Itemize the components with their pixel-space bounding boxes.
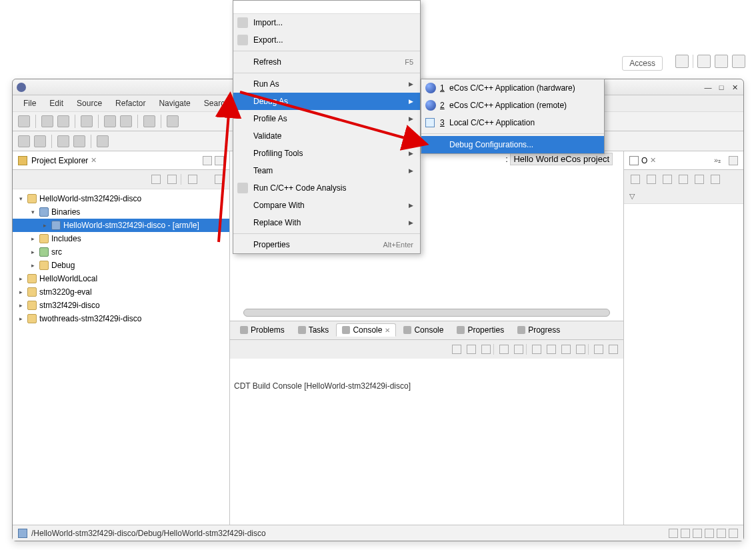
nav-icon[interactable] bbox=[97, 135, 109, 147]
view-menu-icon[interactable] bbox=[188, 175, 197, 184]
link-editor-icon[interactable] bbox=[167, 175, 177, 184]
tree-item[interactable]: ▸HelloWorld-stm32f429i-disco - [arm/le] bbox=[13, 219, 229, 232]
ctx-import-[interactable]: Import... bbox=[233, 14, 420, 31]
ctx-debug-as[interactable]: Debug As▶ bbox=[233, 93, 420, 110]
tree-item[interactable]: ▸HelloWorldLocal bbox=[13, 272, 229, 285]
nav-icon[interactable] bbox=[73, 135, 85, 147]
menu-icon[interactable] bbox=[215, 175, 224, 184]
close-button[interactable]: ✕ bbox=[730, 83, 739, 92]
close-tab-icon[interactable]: ✕ bbox=[650, 156, 656, 165]
console-icon[interactable] bbox=[467, 345, 476, 354]
status-icon[interactable] bbox=[705, 529, 714, 538]
tab-console[interactable]: Console✕ bbox=[336, 323, 396, 337]
tool-icon[interactable] bbox=[143, 115, 155, 127]
close-tab-icon[interactable]: ✕ bbox=[91, 156, 97, 165]
menu-file[interactable]: File bbox=[18, 97, 41, 109]
status-icon[interactable] bbox=[729, 529, 738, 538]
tab-progress[interactable]: Progress bbox=[511, 323, 566, 337]
ctx-team[interactable]: Team▶ bbox=[233, 162, 420, 179]
debug-as-submenu[interactable]: 1eCos C/C++ Application (hardware)2eCos … bbox=[421, 79, 605, 154]
ctx-properties[interactable]: PropertiesAlt+Enter bbox=[233, 236, 420, 253]
tree-item[interactable]: ▸twothreads-stm32f429i-disco bbox=[13, 312, 229, 325]
tab-problems[interactable]: Problems bbox=[234, 323, 291, 337]
collapse-all-icon[interactable] bbox=[151, 175, 161, 184]
minimize-view-icon[interactable] bbox=[203, 156, 212, 165]
status-icon[interactable] bbox=[693, 529, 702, 538]
ctx-run-c-c-code-analysis[interactable]: Run C/C++ Code Analysis bbox=[233, 179, 420, 197]
tab-properties[interactable]: Properties bbox=[451, 323, 510, 337]
horizontal-scrollbar[interactable] bbox=[243, 309, 610, 317]
perspective-icon[interactable] bbox=[697, 55, 711, 68]
tool-icon[interactable] bbox=[120, 115, 132, 127]
console-icon[interactable] bbox=[452, 345, 461, 354]
ctx-compare-with[interactable]: Compare With▶ bbox=[233, 197, 420, 214]
menu-refactor[interactable]: Refactor bbox=[110, 97, 151, 109]
project-explorer-tab[interactable]: Project Explorer ✕ bbox=[13, 151, 229, 170]
menu-edit[interactable]: Edit bbox=[44, 97, 69, 109]
back-icon[interactable] bbox=[18, 135, 30, 147]
forward-icon[interactable] bbox=[34, 135, 46, 147]
perspective-icon[interactable] bbox=[675, 55, 689, 68]
ctx-profile-as[interactable]: Profile As▶ bbox=[233, 110, 420, 127]
menu-search[interactable]: Search bbox=[199, 97, 235, 109]
submenu-item[interactable]: 3Local C/C++ Application bbox=[421, 114, 604, 131]
perspective-icon[interactable] bbox=[732, 55, 745, 68]
context-menu[interactable]: Import...Export...RefreshF5Run As▶Debug … bbox=[233, 0, 421, 254]
tab-tasks[interactable]: Tasks bbox=[292, 323, 335, 337]
outline-tb-icon[interactable] bbox=[695, 175, 704, 184]
submenu-item[interactable]: Debug Configurations... bbox=[421, 136, 604, 153]
ctx-run-as[interactable]: Run As▶ bbox=[233, 75, 420, 93]
console-icon[interactable] bbox=[547, 345, 556, 354]
outline-tb-icon[interactable] bbox=[711, 175, 720, 184]
tool-icon[interactable] bbox=[104, 115, 116, 127]
minimize-button[interactable]: — bbox=[703, 83, 713, 92]
ctx-replace-with[interactable]: Replace With▶ bbox=[233, 214, 420, 231]
maximize-button[interactable]: □ bbox=[717, 83, 726, 92]
maximize-view-icon[interactable] bbox=[215, 156, 224, 165]
tree-item[interactable]: ▸stm3220g-eval bbox=[13, 285, 229, 299]
outline-tb-icon[interactable] bbox=[663, 175, 672, 184]
menu-navigate[interactable]: Navigate bbox=[153, 97, 195, 109]
tree-item[interactable]: ▾Binaries bbox=[13, 205, 229, 219]
outline-collapse[interactable]: ▽ bbox=[624, 189, 743, 203]
console-icon[interactable] bbox=[594, 345, 603, 354]
perspective-icon[interactable] bbox=[715, 55, 728, 68]
outline-tb-icon[interactable] bbox=[647, 175, 656, 184]
outline-tb-icon[interactable] bbox=[631, 175, 640, 184]
console-icon[interactable] bbox=[514, 345, 523, 354]
console-icon[interactable] bbox=[532, 345, 541, 354]
status-icon[interactable] bbox=[681, 529, 690, 538]
tree-item[interactable]: ▸Debug bbox=[13, 259, 229, 272]
console-icon[interactable] bbox=[499, 345, 509, 354]
ctx-profiling-tools[interactable]: Profiling Tools▶ bbox=[233, 145, 420, 162]
console-icon[interactable] bbox=[481, 345, 491, 354]
ctx-export-[interactable]: Export... bbox=[233, 31, 420, 49]
menu-source[interactable]: Source bbox=[71, 97, 107, 109]
submenu-item[interactable]: 2eCos C/C++ Application (remote) bbox=[421, 97, 604, 114]
tree-item[interactable]: ▾HelloWorld-stm32f429i-disco bbox=[13, 192, 229, 205]
status-icon[interactable] bbox=[669, 529, 678, 538]
tree-item[interactable]: ▸src bbox=[13, 245, 229, 259]
console-icon[interactable] bbox=[609, 345, 618, 354]
save-icon[interactable] bbox=[41, 115, 53, 127]
ctx-validate[interactable]: Validate bbox=[233, 127, 420, 145]
console-output[interactable]: CDT Build Console [HelloWorld-stm32f429i… bbox=[230, 359, 623, 525]
console-icon[interactable] bbox=[561, 345, 571, 354]
tab-console[interactable]: Console bbox=[397, 323, 449, 337]
outline-tree[interactable] bbox=[624, 203, 743, 525]
submenu-item[interactable]: 1eCos C/C++ Application (hardware) bbox=[421, 79, 604, 97]
tool-icon[interactable] bbox=[167, 115, 179, 127]
console-icon[interactable] bbox=[576, 345, 585, 354]
status-icon[interactable] bbox=[717, 529, 726, 538]
quick-access[interactable]: Access bbox=[622, 56, 663, 71]
new-icon[interactable] bbox=[18, 115, 30, 127]
outline-tb-icon[interactable] bbox=[679, 175, 688, 184]
project-tree[interactable]: ▾HelloWorld-stm32f429i-disco▾Binaries▸He… bbox=[13, 189, 229, 525]
minimize-view-icon[interactable] bbox=[729, 156, 738, 165]
tree-item[interactable]: ▸stm32f429i-disco bbox=[13, 299, 229, 312]
ctx-refresh[interactable]: RefreshF5 bbox=[233, 53, 420, 71]
build-icon[interactable] bbox=[81, 115, 93, 127]
save-all-icon[interactable] bbox=[57, 115, 69, 127]
nav-icon[interactable] bbox=[57, 135, 69, 147]
outline-tab[interactable]: O ✕ »₂ bbox=[624, 151, 743, 170]
